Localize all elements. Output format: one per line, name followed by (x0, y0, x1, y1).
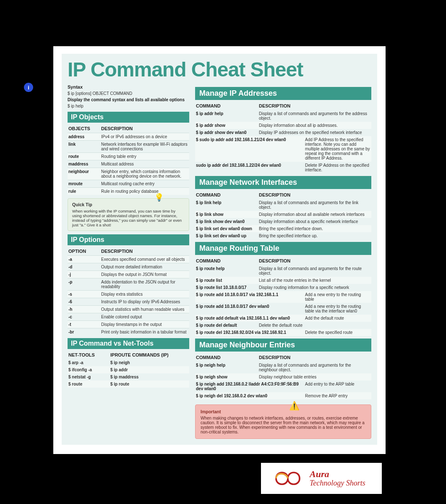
table-row: -sDisplay extra statistics (68, 290, 189, 298)
cell-value: Display IP addresses on the specified ne… (259, 130, 370, 135)
cell-key: $ ip addr show (196, 123, 259, 128)
cell-value: Add IP Address to the specified interfac… (305, 137, 370, 160)
addr-col2: DESCRIPTION (259, 103, 370, 108)
cell-value: Multicast routing cache entry (101, 181, 188, 186)
cell-value: Display a list of commands and arguments… (259, 111, 370, 121)
cell-value: $ ip addr (110, 368, 188, 372)
cell-value: Display information about all available … (259, 212, 370, 217)
tip-body: When working with the IP command, you ca… (72, 209, 185, 227)
cell-value: Delete the default route (259, 323, 370, 328)
table-row: $ ip route listList all of the route ent… (195, 277, 371, 284)
cell-key: mroute (68, 181, 101, 186)
cell-key: -a (68, 257, 101, 262)
cell-key: $ ip link show (196, 212, 259, 217)
warn-title: Important (201, 409, 366, 414)
table-row: addressIPv4 or IPv6 addresses on a devic… (68, 133, 189, 140)
right-column: Manage IP Addresses COMMANDDESCRIPTION $… (195, 84, 371, 439)
info-icon: i (24, 83, 33, 92)
table-row: -pAdds indentation to the JSON output fo… (68, 278, 189, 290)
cell-key: $ ip route list (196, 278, 259, 283)
cell-value: Remove the ARP entry (305, 394, 370, 398)
table-row: $ ip neigh add 192.168.0.2 lladdr A4:C3:… (195, 381, 371, 392)
iface-col1: COMMAND (196, 192, 259, 197)
cell-value: Delete IP Address on the specified inter… (305, 163, 370, 172)
cell-key: $ ip route add default via 192.168.1.1 d… (196, 316, 305, 320)
cell-key: -br (68, 330, 101, 334)
cell-key: $ route (68, 382, 110, 386)
table-row: mrouteMulticast routing cache entry (68, 180, 189, 187)
table-row: $ ip addr showDisplay information about … (195, 122, 371, 129)
cell-value: Display a list of commands and arguments… (259, 200, 370, 210)
syntax-help: $ ip help (68, 104, 189, 108)
cell-value: Routing table entry (101, 154, 188, 159)
cell-value: Display a list of commands and arguments… (259, 363, 370, 372)
cell-value: Bring the specified interface down. (259, 226, 370, 231)
table-row: $ ip addr helpDisplay a list of commands… (195, 110, 371, 122)
cell-value: Delete the specified route (305, 330, 370, 335)
table-row: neighbourNeighbor entry, which contains … (68, 168, 189, 180)
table-row: $ ip link show dev wlan0Display informat… (195, 218, 371, 225)
cell-key: address (68, 134, 101, 139)
logo-text-2: Technology Shorts (310, 479, 365, 488)
nettools-col2: IPROUTE COMMANDS (IP) (110, 352, 188, 357)
table-row: -jDisplays the output in JSON format (68, 270, 189, 278)
cell-key: $ ip neigh add 192.168.0.2 lladdr A4:C3:… (196, 382, 305, 391)
table-row: -aExecutes specified command over all ob… (68, 255, 189, 263)
warn-body: When making changes to network interface… (201, 416, 366, 434)
cell-key: $ ip neigh help (196, 363, 259, 372)
table-row: $ sudo ip addr add 192.168.1.21/24 dev w… (195, 136, 371, 162)
route-header: Manage Routing Table (195, 242, 371, 255)
important-box: ⚠️ Important When making changes to netw… (195, 404, 371, 439)
cell-key: sudo ip addr del 192.168.1.22/24 dev wla… (196, 163, 305, 172)
cell-key: $ ip link show dev wlan0 (196, 219, 259, 224)
cell-key: $ ip route help (196, 266, 259, 276)
table-row: sudo ip addr del 192.168.1.22/24 dev wla… (195, 162, 371, 173)
table-row: $ ip route del 192.168.92.0/24 via 192.1… (195, 329, 371, 336)
iface-col2: DESCRIPTION (259, 192, 370, 197)
cell-key: -c (68, 315, 101, 319)
addr-col1: COMMAND (196, 103, 259, 108)
cell-key: $ ip addr help (196, 111, 259, 121)
quick-tip-box: 💡 Quick Tip When working with the IP com… (68, 198, 189, 231)
cell-key: $ ip route del default (196, 323, 259, 328)
cell-key: rule (68, 189, 101, 194)
cell-value: List all of the route entries in the ker… (259, 278, 370, 283)
table-row: $ ip link set dev wlan0 downBring the sp… (195, 225, 371, 232)
cell-value: Display neighbour table entries (259, 375, 370, 379)
cell-value: Neighbor entry, which contains informati… (101, 169, 188, 178)
table-row: $ ip link set dev wlan0 upBring the spec… (195, 232, 371, 239)
table-row: routeRouting table entry (68, 152, 189, 160)
neigh-col1: COMMAND (196, 355, 259, 360)
table-row: $ ip route del defaultDelete the default… (195, 322, 371, 329)
cell-value: $ ip maddress (110, 375, 188, 379)
cell-key: $ netstat -g (68, 375, 110, 379)
objects-col2: DESCRIPTION (101, 126, 188, 131)
cell-value: Output more detailed information (101, 265, 188, 269)
cell-key: $ ip link set dev wlan0 up (196, 234, 259, 238)
cell-key: $ ip route del 192.168.92.0/24 via 192.1… (196, 330, 305, 335)
cell-value: $ ip route (110, 382, 188, 386)
tip-title: Quick Tip (72, 202, 185, 207)
cell-key: maddress (68, 162, 101, 166)
cell-value: Bring the specified interface up. (259, 234, 370, 238)
table-row: -6Instructs IP to display only IPv6 Addr… (68, 298, 189, 305)
cell-value: Instructs IP to display only IPv6 Addres… (101, 299, 188, 304)
syntax-section: Syntax i $ ip [options] OBJECT COMMAND D… (68, 84, 189, 108)
cell-key: -d (68, 265, 101, 269)
neigh-col2: DESCRIPTION (259, 355, 370, 360)
cell-value: Display extra statistics (101, 292, 188, 297)
cell-value: Display information about all ip address… (259, 123, 370, 128)
cell-key: $ ip link help (196, 200, 259, 210)
table-row: ruleRule in routing policy database (68, 187, 189, 195)
table-row: -brPrint only basic information in a tab… (68, 328, 189, 336)
route-col2: DESCRIPTION (259, 258, 370, 263)
table-row: $ ip neigh helpDisplay a list of command… (195, 362, 371, 373)
brand-logo: Aura Technology Shorts (261, 463, 382, 494)
cell-value: Display information about a specific net… (259, 219, 370, 224)
left-column: Syntax i $ ip [options] OBJECT COMMAND D… (68, 84, 189, 439)
table-row: $ ip route add 10.18.0.0/17 via 192.168.… (195, 291, 371, 303)
cheat-sheet-page: IP Command Cheat Sheet Syntax i $ ip [op… (53, 46, 386, 454)
iface-header: Manage Network Interfaces (195, 176, 371, 189)
cell-key: -6 (68, 299, 101, 304)
route-col1: COMMAND (196, 258, 259, 263)
